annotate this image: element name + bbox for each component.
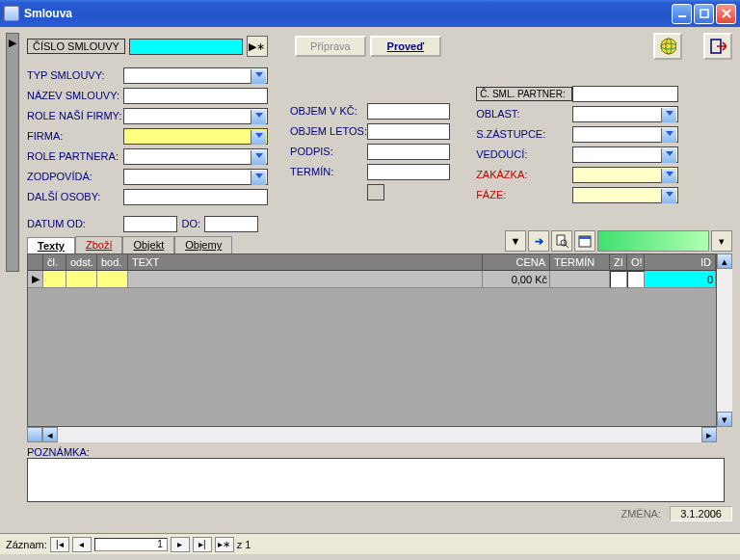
nazev-smlouvy-input[interactable]	[123, 88, 268, 104]
cell-bod[interactable]	[97, 271, 128, 288]
record-selector-bar[interactable]	[6, 33, 19, 272]
tab-objemy[interactable]: Objemy	[174, 236, 232, 253]
faze-combo[interactable]	[572, 187, 678, 203]
zaznam-label: Záznam:	[6, 539, 47, 550]
title-bar: Smlouva	[0, 0, 740, 27]
firma-combo[interactable]	[123, 128, 268, 145]
cell-id[interactable]: 0	[645, 271, 716, 288]
termin-input[interactable]	[367, 164, 450, 180]
role-nasi-combo[interactable]	[123, 108, 268, 124]
preview-button[interactable]	[551, 230, 572, 252]
datum-od-input[interactable]	[123, 216, 177, 232]
szastupce-combo[interactable]	[572, 126, 678, 143]
grid-vertical-scrollbar[interactable]: ▴ ▾	[717, 253, 732, 427]
dropdown2-button[interactable]: ▾	[711, 230, 732, 252]
vedouci-combo[interactable]	[572, 147, 678, 163]
nav-next-button[interactable]: ▸	[171, 537, 190, 552]
cell-cl[interactable]	[43, 271, 66, 288]
green-status-box[interactable]	[597, 230, 709, 252]
col-odst[interactable]: odst.	[66, 254, 97, 270]
cell-cena[interactable]: 0,00 Kč	[483, 271, 550, 288]
cell-zi-checkbox[interactable]	[610, 271, 627, 288]
col-termin[interactable]: TERMÍN	[550, 254, 610, 270]
grid-nav-first[interactable]	[27, 427, 42, 442]
col-ot[interactable]: O!	[627, 254, 645, 270]
calendar-button[interactable]	[574, 230, 595, 252]
window-title: Smlouva	[24, 7, 672, 20]
firma-label: FIRMA:	[27, 130, 123, 142]
svg-rect-1	[700, 10, 708, 17]
scroll-down-icon[interactable]: ▾	[717, 412, 732, 427]
datum-do-input[interactable]	[204, 216, 258, 232]
cislo-smlouvy-input[interactable]	[129, 39, 243, 55]
dalsi-osoby-label: DALŠÍ OSOBY:	[27, 191, 123, 202]
termin-checkbox[interactable]	[367, 184, 384, 200]
cell-text[interactable]	[128, 271, 483, 288]
zakazka-combo[interactable]	[572, 167, 678, 183]
oblast-label: OBLAST:	[476, 108, 572, 120]
grid-row[interactable]: ▶ 0,00 Kč 0	[28, 271, 716, 288]
zodpovida-combo[interactable]	[123, 169, 268, 185]
nav-last-button[interactable]: ▸|	[193, 537, 212, 552]
dalsi-osoby-input[interactable]	[123, 189, 268, 205]
minimize-button[interactable]	[672, 4, 692, 24]
cell-termin[interactable]	[550, 271, 610, 288]
svg-line-10	[566, 245, 568, 248]
priprava-button: Příprava	[295, 36, 366, 57]
nav-new-button[interactable]: ▸∗	[215, 537, 234, 552]
record-total: z 1	[237, 539, 251, 550]
close-button[interactable]	[716, 4, 736, 24]
vedouci-label: VEDOUCÍ:	[476, 148, 572, 160]
form-body: ▶ ČÍSLO SMLOUVY ▶∗ Příprava Proveď TYP S…	[0, 27, 740, 533]
cell-odst[interactable]	[66, 271, 97, 288]
grid-container: čl. odst. bod. TEXT CENA TERMÍN ZI O! ID…	[27, 253, 732, 442]
col-id[interactable]: ID	[645, 254, 716, 270]
exit-icon	[709, 37, 727, 56]
podpis-label: PODPIS:	[290, 146, 367, 157]
c-sml-partner-input[interactable]	[572, 86, 678, 102]
exit-button[interactable]	[703, 33, 732, 60]
podpis-input[interactable]	[367, 144, 450, 160]
poznamka-textarea[interactable]	[27, 458, 725, 502]
tab-objekt[interactable]: Objekt	[122, 236, 174, 253]
globe-button[interactable]	[653, 33, 682, 60]
maximize-button[interactable]	[694, 4, 714, 24]
nav-first-button[interactable]: |◂	[50, 537, 69, 552]
typ-smlouvy-combo[interactable]	[123, 67, 268, 84]
col-bod[interactable]: bod.	[97, 254, 128, 270]
poznamka-label: POZNÁMKA:	[27, 446, 732, 458]
cell-ot-checkbox[interactable]	[627, 271, 645, 288]
datum-od-label: DATUM OD:	[27, 218, 123, 229]
goto-button[interactable]: ➔	[528, 230, 549, 252]
do-label: DO:	[177, 218, 204, 229]
magnifier-icon	[555, 234, 568, 248]
zmena-label: ZMĚNA:	[621, 508, 661, 520]
tab-zbozi[interactable]: Zboží	[75, 236, 123, 253]
col-cl[interactable]: čl.	[43, 254, 66, 270]
role-partnera-combo[interactable]	[123, 148, 268, 165]
tab-texty[interactable]: Texty	[27, 237, 75, 254]
col-cena[interactable]: CENA	[483, 254, 550, 270]
nav-prev-button[interactable]: ◂	[72, 537, 92, 552]
current-record-arrow-icon: ▶	[9, 37, 16, 49]
oblast-combo[interactable]	[572, 106, 678, 122]
scroll-up-icon[interactable]: ▴	[717, 253, 732, 269]
scroll-left-icon[interactable]: ◂	[42, 427, 58, 442]
col-zi[interactable]: ZI	[610, 254, 627, 270]
nazev-label: NÁZEV SMLOUVY:	[27, 90, 123, 101]
objem-kc-input[interactable]	[367, 103, 450, 120]
goto-record-button[interactable]: ▶∗	[247, 36, 268, 57]
scroll-right-icon[interactable]: ▸	[701, 427, 717, 442]
proved-button[interactable]: Proveď	[370, 36, 441, 57]
zodpovida-label: ZODPOVÍDÁ:	[27, 171, 123, 182]
szastupce-label: S.ZÁSTUPCE:	[476, 128, 572, 140]
record-number[interactable]: 1	[94, 538, 168, 551]
faze-label: FÁZE:	[476, 189, 572, 200]
objem-letos-input[interactable]	[367, 123, 450, 140]
dropdown-button[interactable]: ▼	[505, 230, 526, 252]
zakazka-label: ZAKÁZKA:	[476, 169, 572, 180]
calendar-icon	[578, 234, 592, 248]
col-text[interactable]: TEXT	[128, 254, 483, 270]
globe-icon	[659, 37, 676, 56]
grid-horizontal-scrollbar[interactable]: ◂ ▸	[42, 427, 717, 442]
